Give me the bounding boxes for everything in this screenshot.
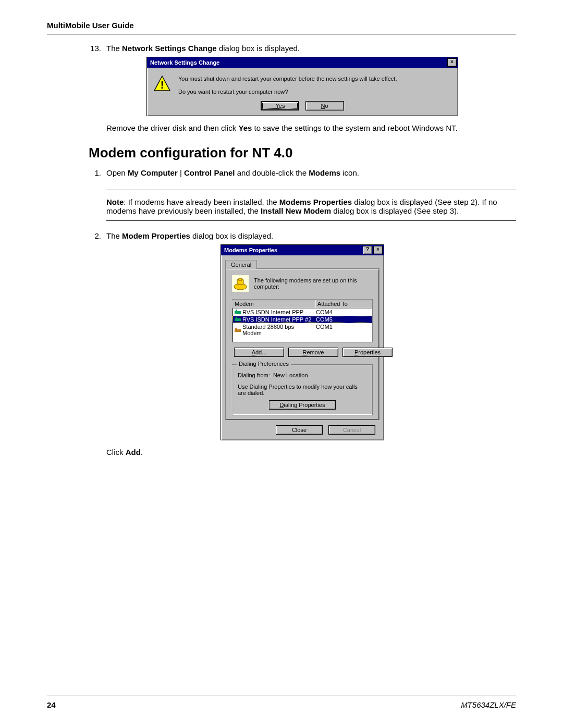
modems-properties-dialog: Modems Properties ? × General The follow… <box>221 244 384 440</box>
section-heading: Modem configuration for NT 4.0 <box>89 145 516 161</box>
close-button[interactable]: Close <box>276 425 323 435</box>
list-item-selected[interactable]: RVS ISDN Internet PPP #2 COM5 <box>232 316 372 323</box>
network-settings-change-dialog: Network Settings Change × ! You must shu… <box>146 57 458 116</box>
divider <box>106 220 516 221</box>
warning-icon: ! <box>153 75 171 93</box>
svg-rect-6 <box>236 310 237 311</box>
dialing-properties-button[interactable]: Dialing Properties <box>269 400 336 410</box>
list-header: Modem Attached To <box>232 300 372 309</box>
intro-text: The following modems are set up on this … <box>254 277 373 290</box>
svg-rect-4 <box>239 278 242 280</box>
tab-general[interactable]: General <box>225 260 257 269</box>
modem-listbox[interactable]: Modem Attached To RVS ISDN Internet PPP … <box>232 299 373 342</box>
no-button[interactable]: No <box>305 101 344 110</box>
cancel-button: Cancel <box>328 425 375 435</box>
properties-button[interactable]: Properties <box>342 348 393 357</box>
svg-rect-5 <box>235 311 241 314</box>
note-block: Note: If modems have already been instal… <box>89 184 516 228</box>
svg-point-10 <box>235 328 237 330</box>
svg-rect-7 <box>235 318 241 321</box>
dialog-title: Modems Properties <box>224 247 277 253</box>
step-number: 13. <box>89 44 101 53</box>
doc-footer: 24 MT5634ZLX/FE <box>47 696 516 709</box>
svg-rect-9 <box>235 329 241 332</box>
step-2: 2. The Modem Properties dialog box is di… <box>89 231 516 240</box>
svg-rect-8 <box>236 317 237 318</box>
dialog-titlebar: Modems Properties ? × <box>221 245 384 255</box>
add-button[interactable]: Add... <box>234 348 284 357</box>
dialog-titlebar: Network Settings Change × <box>147 57 458 68</box>
step-1: 1. Open My Computer | Control Panel and … <box>89 168 516 177</box>
list-item[interactable]: RVS ISDN Internet PPP COM4 <box>232 309 372 316</box>
col-attached-to[interactable]: Attached To <box>315 300 372 308</box>
col-modem[interactable]: Modem <box>232 300 315 308</box>
step-13: 13. The Network Settings Change dialog b… <box>89 44 516 53</box>
step-text: The Network Settings Change dialog box i… <box>106 44 516 53</box>
close-icon[interactable]: × <box>447 58 457 67</box>
tab-panel: The following modems are set up on this … <box>225 268 380 420</box>
dialog-title: Network Settings Change <box>150 59 219 66</box>
help-icon[interactable]: ? <box>363 246 372 254</box>
page-number: 24 <box>47 700 56 709</box>
doc-header: MultiMobile User Guide <box>47 21 516 34</box>
model-number: MT5634ZLX/FE <box>461 700 516 709</box>
dialing-preferences-group: Dialing Preferences Dialing from: New Lo… <box>232 364 373 415</box>
close-icon[interactable]: × <box>373 246 383 254</box>
after-modems-text: Click Add. <box>89 448 516 456</box>
after-dialog-text: Remove the driver disk and then click Ye… <box>89 124 516 132</box>
divider <box>106 190 516 190</box>
group-title: Dialing Preferences <box>237 361 291 367</box>
dialog-message: You must shut down and restart your comp… <box>178 75 397 96</box>
modem-icon <box>232 275 249 292</box>
list-item[interactable]: Standard 28800 bps Modem COM1 <box>232 323 372 337</box>
svg-text:!: ! <box>161 79 164 91</box>
yes-button[interactable]: Yes <box>261 101 299 110</box>
remove-button[interactable]: Remove <box>288 348 338 357</box>
